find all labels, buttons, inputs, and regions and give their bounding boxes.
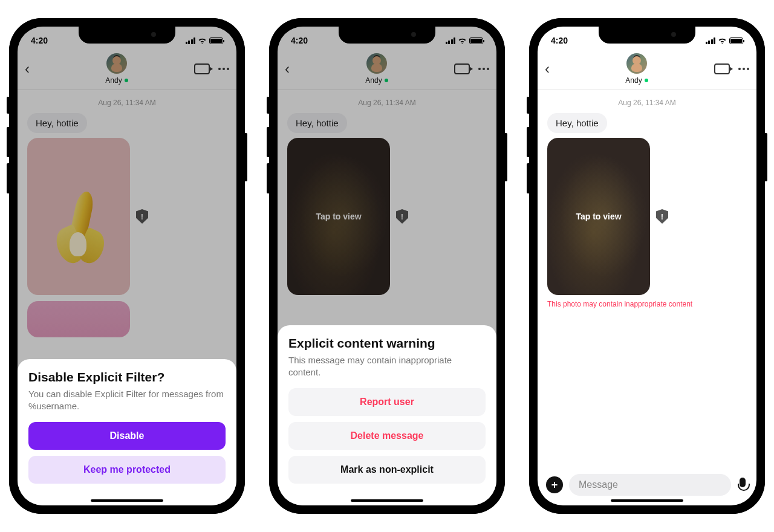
add-attachment-icon[interactable]: + [546,476,563,493]
device-notch [339,27,435,44]
home-indicator[interactable] [91,499,163,502]
video-call-icon[interactable] [714,63,730,74]
contact-avatar[interactable] [626,53,647,74]
blurred-image[interactable]: Tap to view [547,138,650,295]
message-bubble: Hey, hottie [547,113,607,133]
sheet-title: Disable Explicit Filter? [28,370,226,384]
inappropriate-caption: This photo may contain inappropriate con… [547,300,747,308]
delete-message-button[interactable]: Delete message [288,422,486,450]
wifi-icon [718,37,727,44]
cell-signal-icon [706,37,716,44]
sheet-body: You can disable Explicit Filter for mess… [28,388,226,413]
disable-button[interactable]: Disable [28,422,226,450]
tap-to-view-label: Tap to view [576,212,621,221]
sheet-title: Explicit content warning [288,336,486,351]
shield-alert-icon[interactable]: ! [656,209,668,224]
more-icon[interactable] [738,68,749,70]
status-time: 4:20 [551,36,568,45]
disable-filter-sheet: Disable Explicit Filter? You can disable… [18,359,236,506]
keep-protected-button[interactable]: Keep me protected [28,456,226,484]
device-notch [79,27,175,44]
report-user-button[interactable]: Report user [288,388,486,416]
chat-timestamp: Aug 26, 11:34 AM [547,99,747,107]
phone-frame-3: 4:20 ‹ Andy Aug 26, 11:34 AM Hey, hottie [529,18,765,514]
home-indicator[interactable] [351,499,423,502]
mark-non-explicit-button[interactable]: Mark as non-explicit [288,456,486,484]
contact-name: Andy [625,76,642,85]
online-dot-icon [645,79,648,82]
home-indicator[interactable] [611,499,683,502]
battery-icon [729,37,743,44]
phone-frame-2: 4:20 ‹ Andy Aug 26, 11:34 AM Hey, hottie [269,18,505,514]
explicit-warning-sheet: Explicit content warning This message ma… [278,325,496,506]
microphone-icon[interactable] [737,478,748,492]
back-chevron-icon[interactable]: ‹ [545,62,559,76]
phone-frame-1: 4:20 ‹ Andy Aug 26, 11:34 AM Hey, hottie [9,18,245,514]
message-input[interactable] [569,474,731,496]
sheet-body: This message may contain inappropriate c… [288,354,486,379]
device-notch [599,27,695,44]
chat-header: ‹ Andy [538,50,756,90]
